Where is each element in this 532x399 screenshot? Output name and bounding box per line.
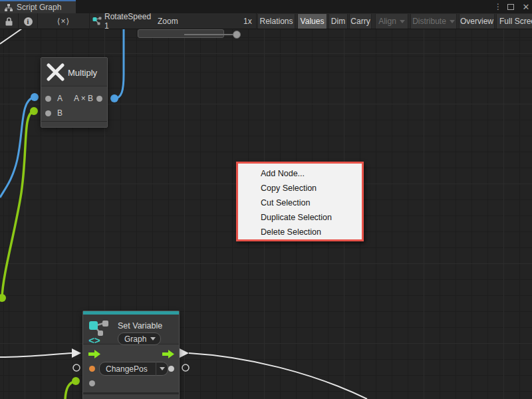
graph-toolbar: i ⟨×⟩ RotateSpeed 1 Zoom 1x Relati (0, 13, 532, 29)
window-close-button[interactable]: ✕ (521, 0, 531, 13)
toolbar-button-align[interactable]: Align (375, 14, 408, 29)
variable-scope-dropdown[interactable]: Graph (118, 332, 161, 345)
toolbar-button-full-screen[interactable]: Full Screen (496, 14, 532, 29)
menu-item-duplicate-selection[interactable]: Duplicate Selection (238, 210, 362, 225)
flow-output-arrow-icon[interactable] (162, 350, 175, 358)
set-variable-icon: <> (88, 320, 114, 345)
svg-text:<>: <> (88, 334, 100, 345)
dropdown-caret-icon (450, 20, 455, 23)
lock-icon (5, 17, 13, 26)
port-label-result: A × B (69, 94, 93, 102)
context-menu-list: Add Node... Copy Selection Cut Selection… (238, 164, 362, 239)
toolbar-button-distribute[interactable]: Distribute (410, 14, 457, 29)
toolbar-button-values[interactable]: Values (297, 14, 327, 29)
multiply-x-icon (47, 63, 65, 81)
port-value-input-2[interactable] (89, 380, 95, 386)
graph-reference-icon-wrap (90, 13, 104, 29)
window-menu-button[interactable]: ⋮ (493, 0, 503, 13)
node-set-variable-header[interactable]: <> Set Variable Graph (83, 315, 179, 344)
lock-button[interactable] (0, 13, 18, 29)
kebab-menu-icon: ⋮ (494, 2, 502, 11)
node-multiply-footer (41, 121, 107, 127)
port-input-b[interactable] (45, 110, 51, 116)
maximize-icon (507, 4, 514, 10)
zoom-slider-handle[interactable] (233, 31, 241, 39)
node-multiply[interactable]: Multiply A A × B B (41, 57, 108, 128)
menu-item-delete-selection[interactable]: Delete Selection (238, 225, 362, 239)
toolbar-button-relations[interactable]: Relations (257, 14, 295, 29)
info-icon: i (24, 17, 33, 26)
code-brackets-icon: ⟨×⟩ (57, 17, 70, 26)
edit-graph-button[interactable]: ⟨×⟩ (38, 13, 89, 29)
tab-script-graph[interactable]: Script Graph (0, 0, 76, 13)
port-label-a: A (57, 94, 63, 102)
dropdown-caret-icon (400, 20, 405, 23)
zoom-value: 1x (243, 13, 257, 29)
info-button[interactable]: i (19, 13, 37, 29)
port-value-output[interactable] (168, 366, 174, 372)
tab-label: Script Graph (17, 3, 61, 12)
window-maximize-button[interactable] (507, 0, 514, 13)
variable-name-dropdown-button[interactable] (156, 362, 168, 376)
context-menu: Add Node... Copy Selection Cut Selection… (236, 162, 364, 241)
zoom-slider-track[interactable] (184, 34, 240, 35)
menu-item-add-node[interactable]: Add Node... (238, 166, 362, 181)
graph-hierarchy-icon (5, 4, 13, 11)
toolbar-button-overview[interactable]: Overview (459, 14, 495, 29)
zoom-label: Zoom (158, 13, 182, 29)
close-icon: ✕ (523, 2, 530, 12)
node-multiply-header[interactable]: Multiply (41, 58, 107, 86)
graph-reference-icon (92, 17, 102, 26)
menu-item-copy-selection[interactable]: Copy Selection (238, 181, 362, 196)
port-value-input[interactable] (89, 366, 95, 372)
toolbar-button-dim[interactable]: Dim (329, 14, 348, 29)
dropdown-caret-icon (150, 337, 156, 340)
variable-name-dropdown[interactable]: ChangePos (99, 362, 156, 376)
port-label-b: B (57, 109, 63, 117)
node-title: Multiply (68, 68, 97, 78)
node-set-variable-footer (83, 394, 179, 399)
node-set-variable[interactable]: <> Set Variable Graph ChangePos (82, 311, 180, 399)
menu-item-cut-selection[interactable]: Cut Selection (238, 196, 362, 210)
graph-breadcrumb[interactable]: RotateSpeed 1 (104, 13, 152, 29)
window-tab-bar: Script Graph ⋮ ✕ (0, 0, 532, 13)
unity-graph-window: Multiply A A × B B <> Set Variable Graph (0, 0, 532, 399)
port-output-result[interactable] (96, 96, 102, 102)
node-title: Set Variable (118, 321, 162, 331)
toolbar-button-carry[interactable]: Carry (349, 14, 372, 29)
flow-input-arrow-icon[interactable] (88, 350, 101, 358)
port-input-a[interactable] (45, 96, 51, 102)
dropdown-caret-icon (160, 367, 165, 370)
